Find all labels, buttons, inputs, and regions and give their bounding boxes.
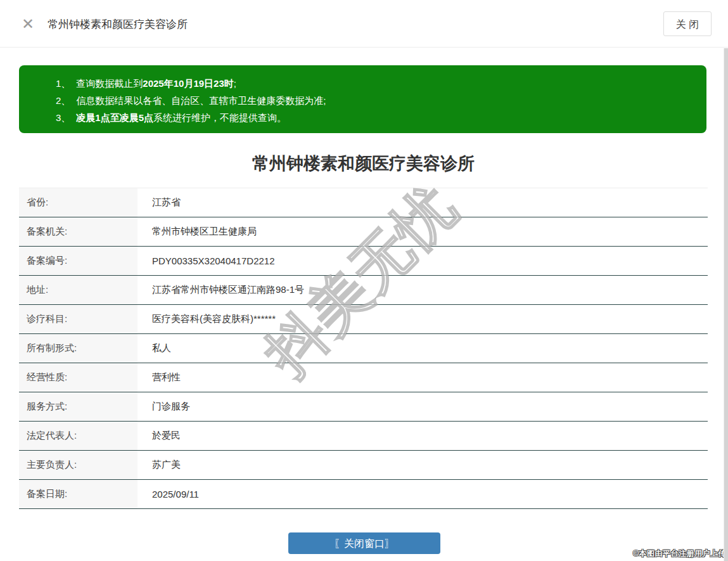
field-label: 主要负责人:	[19, 451, 137, 479]
table-row-person-in-charge: 主要负责人: 苏广美	[19, 451, 708, 480]
upload-credit-text: ©本图由平台注册用户上传	[633, 548, 726, 559]
field-value: PDY00335X32040417D2212	[137, 255, 708, 266]
field-label: 备案编号:	[19, 247, 137, 275]
field-label: 诊疗科目:	[19, 305, 137, 333]
field-label: 备案日期:	[19, 480, 137, 508]
institution-info-table: 省份: 江苏省 备案机关: 常州市钟楼区卫生健康局 备案编号: PDY00335…	[19, 188, 708, 509]
field-value: 江苏省常州市钟楼区通江南路98-1号	[137, 284, 708, 296]
field-value: 私人	[137, 342, 708, 354]
field-value: 於爱民	[137, 430, 708, 442]
notice-line-3: 3、凌晨1点至凌晨5点系统进行维护，不能提供查询。	[56, 109, 694, 126]
field-label: 所有制形式:	[19, 334, 137, 363]
close-window-button[interactable]: 〖关闭窗口〗	[288, 532, 440, 554]
table-row-record-date: 备案日期: 2025/09/11	[19, 480, 708, 509]
window-header: ✕ 常州钟楼素和颜医疗美容诊所 关 闭	[0, 0, 728, 48]
notice-line-number: 3、	[56, 112, 70, 123]
table-row-authority: 备案机关: 常州市钟楼区卫生健康局	[19, 217, 708, 247]
field-label: 法定代表人:	[19, 422, 137, 450]
notice-text: ;	[234, 78, 236, 89]
close-x-icon[interactable]: ✕	[22, 15, 34, 33]
table-row-legal-representative: 法定代表人: 於爱民	[19, 422, 708, 451]
table-row-province: 省份: 江苏省	[19, 188, 708, 217]
table-row-address: 地址: 江苏省常州市钟楼区通江南路98-1号	[19, 276, 708, 305]
field-label: 经营性质:	[19, 363, 137, 392]
page-title: 常州钟楼素和颜医疗美容诊所	[19, 152, 708, 175]
notice-line-number: 1、	[56, 78, 70, 89]
notice-text: 信息数据结果以各省、自治区、直辖市卫生健康委数据为准;	[76, 95, 326, 106]
table-row-record-number: 备案编号: PDY00335X32040417D2212	[19, 247, 708, 276]
field-value: 营利性	[137, 371, 708, 384]
field-label: 备案机关:	[19, 217, 137, 246]
field-value: 医疗美容科(美容皮肤科)******	[137, 313, 708, 325]
notice-text-bold: 2025年10月19日23时	[143, 78, 233, 89]
window-title: 常州钟楼素和颜医疗美容诊所	[48, 17, 188, 32]
field-value: 门诊服务	[137, 401, 708, 413]
notice-banner: 1、查询数据截止到2025年10月19日23时; 2、信息数据结果以各省、自治区…	[19, 65, 706, 133]
notice-text: 查询数据截止到	[76, 78, 143, 89]
notice-text-bold: 凌晨1点至凌晨5点	[76, 112, 153, 123]
field-value: 苏广美	[137, 459, 708, 471]
vertical-scrollbar[interactable]	[724, 48, 728, 561]
notice-line-number: 2、	[56, 95, 70, 106]
table-row-service-mode: 服务方式: 门诊服务	[19, 392, 708, 422]
field-value: 2025/09/11	[137, 489, 708, 500]
field-value: 江苏省	[137, 197, 708, 209]
table-row-business-nature: 经营性质: 营利性	[19, 363, 708, 392]
close-button[interactable]: 关 闭	[663, 11, 712, 36]
field-label: 服务方式:	[19, 392, 137, 421]
notice-text: 系统进行维护，不能提供查询。	[153, 112, 286, 123]
notice-line-2: 2、信息数据结果以各省、自治区、直辖市卫生健康委数据为准;	[56, 92, 694, 109]
field-label: 地址:	[19, 276, 137, 304]
table-row-subjects: 诊疗科目: 医疗美容科(美容皮肤科)******	[19, 305, 708, 334]
notice-line-1: 1、查询数据截止到2025年10月19日23时;	[56, 75, 694, 92]
table-row-ownership: 所有制形式: 私人	[19, 334, 708, 363]
field-label: 省份:	[19, 188, 137, 217]
field-value: 常州市钟楼区卫生健康局	[137, 226, 708, 238]
